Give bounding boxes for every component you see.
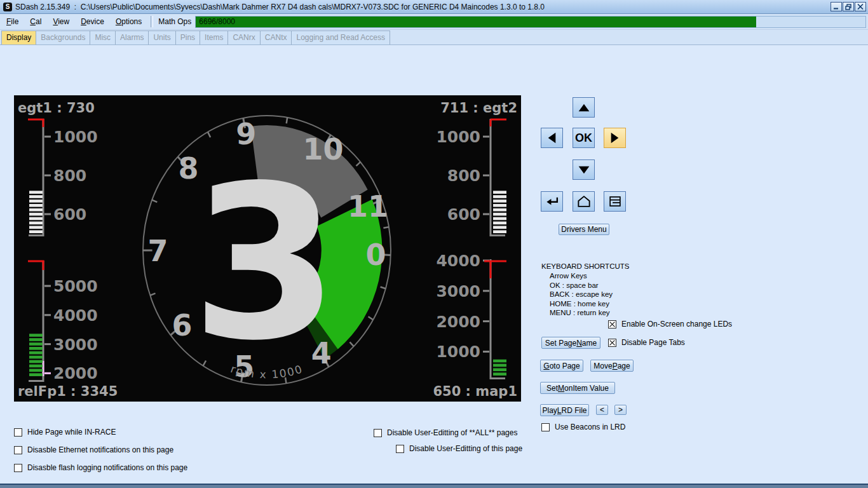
hide-page-in-race-label[interactable]: Hide Page while IN-RACE <box>27 428 116 437</box>
gauge-relFp1-bar-segment <box>29 351 43 355</box>
close-icon <box>857 4 864 10</box>
gauge-map1-bar-segment <box>493 372 506 376</box>
hide-page-in-race-checkbox[interactable] <box>14 428 22 437</box>
enable-leds-label[interactable]: Enable On-Screen change LEDs <box>621 320 732 329</box>
gauge-egt2-tick-label: 800 <box>447 166 480 185</box>
tab-alarms[interactable]: Alarms <box>115 30 149 44</box>
dial-minor-tick <box>150 294 155 295</box>
gauge-egt2-bar-segment <box>493 213 506 216</box>
gauge-egt1-bar-segment <box>29 208 43 212</box>
gauge-relFp1-bar-segment <box>29 369 43 372</box>
gauge-egt1-bar-segment <box>29 222 43 225</box>
tab-items[interactable]: Items <box>200 30 228 44</box>
gauge-egt1-tick-label: 800 <box>53 166 86 185</box>
play-lrd-file-button[interactable]: Play LRD File <box>540 404 589 416</box>
gauge-egt2-tick-label: 600 <box>447 205 480 224</box>
arrow-down-icon <box>578 165 590 175</box>
menu-view[interactable]: View <box>48 15 74 28</box>
nav-home-button[interactable] <box>573 191 595 212</box>
window-title: SDash 2.15.349 : C:\Users\Public\Documen… <box>15 3 831 11</box>
gauge-egt1-bar-segment <box>29 200 43 203</box>
gauge-relFp1-bar-segment <box>29 342 43 346</box>
menu-icon <box>608 194 622 208</box>
lrd-prev-button[interactable]: < <box>596 405 608 415</box>
nav-left-button[interactable] <box>541 128 563 148</box>
gauge-map1-tick-label: 2000 <box>436 313 480 331</box>
dial-minor-tick <box>287 118 288 123</box>
disable-ethernet-label[interactable]: Disasble Ethernet notifications on this … <box>27 445 173 454</box>
tab-pins[interactable]: Pins <box>175 30 200 44</box>
shortcut-back: BACK : escape key <box>550 290 613 298</box>
menu-options[interactable]: Options <box>111 15 147 28</box>
nav-right-button[interactable] <box>604 128 626 148</box>
disable-page-tabs-row: Disable Page Tabs <box>608 338 685 347</box>
home-icon <box>577 194 591 208</box>
dash-preview-svg: 045678910113rpm x 10001000800600egt1 : 7… <box>14 95 521 402</box>
use-beacons-label[interactable]: Use Beacons in LRD <box>555 423 625 431</box>
disable-user-edit-page-checkbox[interactable] <box>396 445 404 453</box>
gauge-map1-label: 650 : map1 <box>433 384 517 399</box>
window-bottom-frame <box>0 484 868 488</box>
enable-leds-checkbox[interactable] <box>608 320 616 329</box>
disable-flash-logging-label[interactable]: Disasble flash logging notifications on … <box>27 463 187 472</box>
disable-user-edit-all-checkbox[interactable] <box>374 429 382 437</box>
titlebar[interactable]: S SDash 2.15.349 : C:\Users\Public\Docum… <box>0 0 868 14</box>
disable-ethernet-checkbox[interactable] <box>14 446 22 454</box>
gauge-egt1-bar-segment <box>29 226 43 229</box>
dial-minor-tick <box>383 227 389 228</box>
app-icon: S <box>3 3 12 11</box>
disable-user-edit-page-label[interactable]: Disable User-Editting of this page <box>409 444 522 453</box>
gauge-egt2-bar-segment <box>493 226 506 229</box>
sdash-window: S SDash 2.15.349 : C:\Users\Public\Docum… <box>0 0 868 488</box>
tab-cantx[interactable]: CANtx <box>260 30 292 44</box>
menu-file[interactable]: File <box>1 15 24 28</box>
page-content: 045678910113rpm x 10001000800600egt1 : 7… <box>0 45 868 484</box>
disable-flash-logging-checkbox[interactable] <box>14 464 22 472</box>
gauge-relFp1-bar-segment <box>29 347 43 350</box>
shortcut-home: HOME : home key <box>550 300 609 308</box>
dash-preview-panel[interactable]: 045678910113rpm x 10001000800600egt1 : 7… <box>14 95 521 402</box>
dial-number-6: 6 <box>172 308 193 342</box>
restore-button[interactable] <box>843 2 854 11</box>
nav-menu-button[interactable] <box>604 191 626 212</box>
math-ops-progress-text: 6696/8000 <box>199 17 235 26</box>
set-monitem-value-button[interactable]: Set MonItem Value <box>540 382 615 394</box>
nav-ok-button[interactable]: OK <box>573 128 595 148</box>
ok-label: OK <box>575 132 592 145</box>
tab-units[interactable]: Units <box>148 30 175 44</box>
back-icon <box>545 194 559 208</box>
gauge-relFp1-tick-label: 4000 <box>53 306 98 325</box>
tab-backgrounds[interactable]: Backgrounds <box>36 30 90 44</box>
disable-user-edit-all-label[interactable]: Disable User-Editting of **ALL** pages <box>387 428 517 437</box>
close-button[interactable] <box>855 2 866 11</box>
gauge-egt1-bar-segment <box>29 204 43 207</box>
tab-misc[interactable]: Misc <box>90 30 116 44</box>
gauge-egt2-bar-segment <box>493 204 506 207</box>
gauge-egt2-bar-segment <box>493 191 506 194</box>
gauge-egt2-bar-segment <box>493 230 506 233</box>
menu-device[interactable]: Device <box>76 15 109 28</box>
nav-back-button[interactable] <box>541 191 563 212</box>
disable-page-tabs-checkbox[interactable] <box>608 339 616 347</box>
gauge-relFp1-bar-segment <box>29 373 43 376</box>
gauge-egt1-label: egt1 : 730 <box>18 100 95 116</box>
dial-minor-tick <box>208 132 210 137</box>
tab-display[interactable]: Display <box>1 30 36 44</box>
gauge-egt1-tick-label: 1000 <box>53 128 98 146</box>
move-page-button[interactable]: Move Page <box>590 360 634 372</box>
lrd-next-button[interactable]: > <box>614 405 627 415</box>
nav-up-button[interactable] <box>573 97 595 118</box>
disable-page-tabs-label[interactable]: Disable Page Tabs <box>621 338 685 347</box>
gauge-egt1-bar-segment <box>29 195 43 198</box>
drivers-menu-button[interactable]: Drivers Menu <box>559 224 609 235</box>
menu-cal[interactable]: Cal <box>25 15 46 28</box>
app-icon-letter: S <box>6 3 10 10</box>
use-beacons-checkbox[interactable] <box>541 423 550 431</box>
goto-page-button[interactable]: Goto Page <box>540 360 583 372</box>
nav-down-button[interactable] <box>573 159 595 180</box>
tabbar: Display Backgrounds Misc Alarms Units Pi… <box>0 30 868 45</box>
set-page-name-button[interactable]: Set Page Name <box>541 337 600 349</box>
tab-logging-and-read-access[interactable]: Logging and Read Access <box>291 30 390 44</box>
tab-canrx[interactable]: CANrx <box>227 30 260 44</box>
minimize-button[interactable] <box>831 2 842 11</box>
